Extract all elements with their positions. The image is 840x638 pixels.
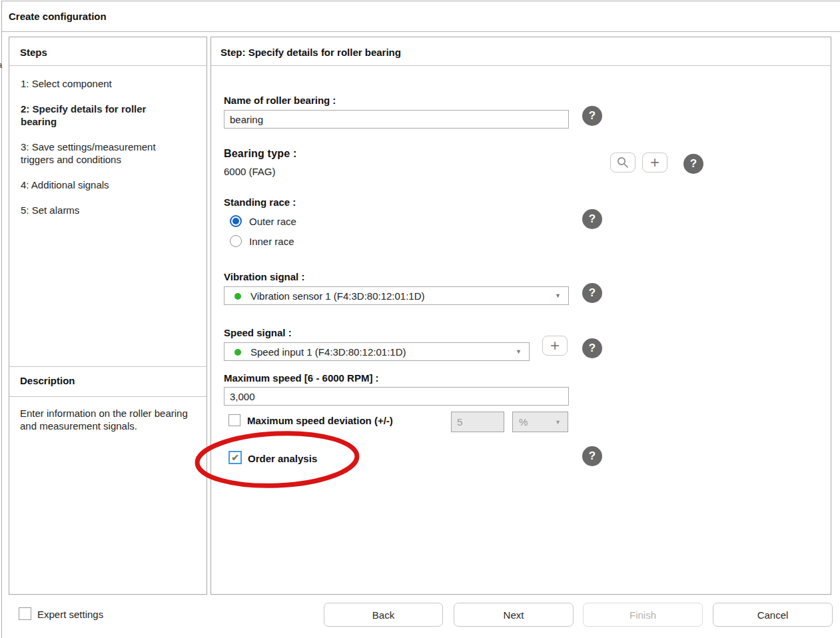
deviation-unit-value: %: [519, 416, 528, 428]
bearing-search-button[interactable]: [610, 153, 635, 172]
back-button[interactable]: Back: [324, 603, 443, 627]
steps-panel: Steps 1: Select component 2: Specify det…: [9, 37, 207, 595]
maximum-speed-label: Maximum speed [6 - 6000 RPM] :: [224, 372, 379, 384]
vibration-signal-value: Vibration sensor 1 (F4:3D:80:12:01:1D): [250, 290, 425, 302]
description-separator-bottom: [9, 396, 207, 397]
question-mark-glyph: ?: [589, 209, 596, 229]
maximum-speed-input[interactable]: [224, 387, 569, 406]
question-mark-glyph: ?: [589, 446, 596, 466]
name-of-roller-bearing-input[interactable]: [224, 110, 569, 129]
next-button[interactable]: Next: [454, 603, 574, 627]
title-separator: [1, 31, 840, 32]
step-item-5[interactable]: 5: Set alarms: [21, 204, 182, 216]
outer-race-label: Outer race: [249, 216, 296, 227]
help-icon-speed-signal[interactable]: ?: [582, 338, 602, 358]
chevron-down-icon: ▼: [516, 348, 522, 355]
vibration-signal-dropdown[interactable]: Vibration sensor 1 (F4:3D:80:12:01:1D) ▼: [224, 286, 569, 305]
question-mark-glyph: ?: [589, 106, 596, 126]
steps-list: 1: Select component 2: Specify details f…: [21, 77, 182, 229]
bearing-type-label: Bearing type :: [224, 148, 297, 160]
chevron-down-icon: ▼: [555, 419, 561, 426]
description-heading: Description: [20, 375, 75, 386]
speed-signal-add-button[interactable]: +: [542, 336, 568, 356]
dialog-left-border: [1, 1, 2, 638]
step-detail-header: Step: Specify details for roller bearing: [211, 37, 831, 66]
steps-heading: Steps: [20, 47, 47, 58]
question-mark-glyph: ?: [690, 154, 697, 174]
radio-button-unselected[interactable]: [230, 235, 242, 247]
search-icon: [616, 156, 630, 169]
background-window-artifact: a: [0, 60, 2, 70]
step-item-3[interactable]: 3: Save settings/measurement triggers an…: [21, 141, 182, 166]
expert-settings-label: Expert settings: [37, 609, 103, 620]
plus-icon: +: [550, 339, 560, 352]
check-icon: ✔: [231, 453, 239, 462]
order-analysis-label: Order analysis: [248, 453, 317, 464]
plus-icon: +: [650, 156, 659, 169]
speed-signal-label: Speed signal :: [224, 327, 292, 338]
help-icon-vibration-signal[interactable]: ?: [582, 283, 602, 303]
radio-dot: [232, 218, 239, 224]
step-detail-heading: Step: Specify details for roller bearing: [220, 47, 401, 58]
radio-button-selected[interactable]: [230, 215, 242, 227]
speed-deviation-checkbox[interactable]: [228, 414, 240, 426]
chevron-down-icon: ▼: [555, 292, 561, 299]
step-detail-panel: Step: Specify details for roller bearing…: [210, 37, 831, 595]
step-item-1[interactable]: 1: Select component: [21, 77, 182, 90]
name-of-roller-bearing-label: Name of roller bearing :: [224, 95, 336, 106]
bearing-add-button[interactable]: +: [642, 153, 667, 172]
description-separator-top: [9, 366, 207, 367]
question-mark-glyph: ?: [589, 283, 596, 303]
order-analysis-checkbox[interactable]: ✔: [228, 451, 242, 464]
question-mark-glyph: ?: [589, 338, 596, 358]
create-configuration-dialog: a Create configuration Steps 1: Select c…: [0, 0, 840, 638]
cancel-button[interactable]: Cancel: [713, 603, 833, 627]
finish-button: Finish: [583, 603, 703, 627]
speed-deviation-label: Maximum speed deviation (+/-): [247, 415, 393, 426]
radio-outer-race[interactable]: Outer race: [230, 215, 296, 227]
dialog-top-border: [1, 1, 840, 1]
help-icon-standing-race[interactable]: ?: [582, 209, 602, 229]
steps-panel-header: Steps: [9, 37, 207, 66]
step-item-2-active[interactable]: 2: Specify details for roller bearing: [21, 103, 182, 128]
dialog-title: Create configuration: [9, 11, 107, 22]
help-icon-name[interactable]: ?: [582, 106, 602, 126]
radio-inner-race[interactable]: Inner race: [230, 235, 294, 247]
description-text: Enter information on the roller bearing …: [20, 407, 188, 432]
step-item-4[interactable]: 4: Additional signals: [21, 178, 182, 191]
help-icon-bearing-type[interactable]: ?: [683, 154, 703, 174]
bearing-type-value: 6000 (FAG): [224, 166, 276, 177]
speed-deviation-unit-select: % ▼: [512, 412, 568, 432]
green-status-dot: [234, 293, 241, 300]
help-icon-order-analysis[interactable]: ?: [582, 446, 602, 466]
expert-settings-checkbox[interactable]: [19, 607, 31, 620]
speed-signal-dropdown[interactable]: Speed input 1 (F4:3D:80:12:01:1D) ▼: [224, 342, 530, 361]
standing-race-label: Standing race :: [224, 196, 296, 208]
green-status-dot: [234, 349, 241, 356]
vibration-signal-label: Vibration signal :: [224, 271, 304, 282]
speed-signal-value: Speed input 1 (F4:3D:80:12:01:1D): [250, 346, 406, 358]
inner-race-label: Inner race: [249, 236, 294, 247]
speed-deviation-value-input: [451, 412, 504, 432]
